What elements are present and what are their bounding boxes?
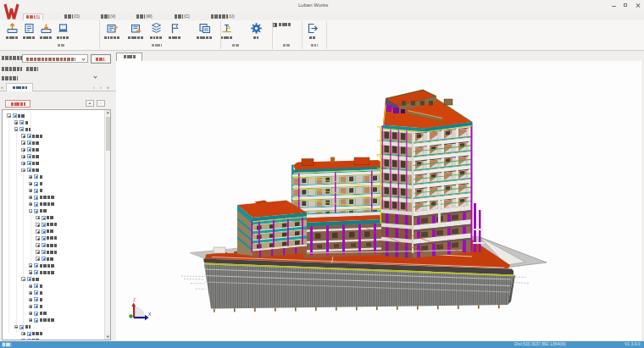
svg-text:Z: Z [133, 297, 136, 302]
